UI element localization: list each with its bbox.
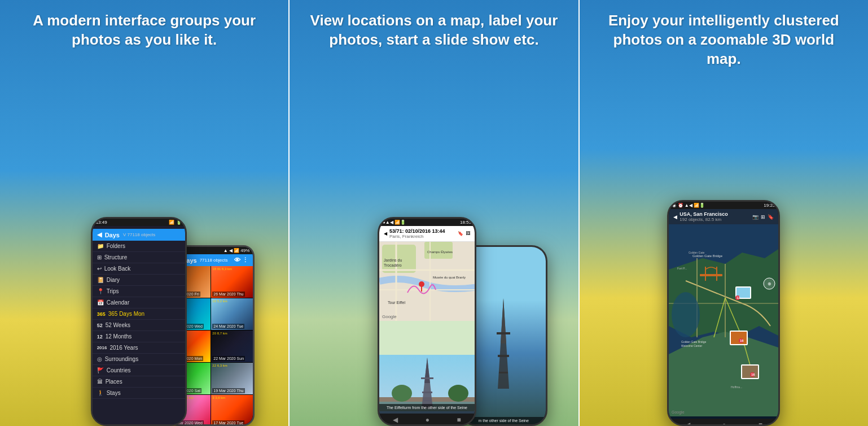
svg-text:⊕: ⊕: [768, 281, 771, 286]
panel3-recents-icon[interactable]: ■: [759, 421, 762, 424]
panel-2-phones: m the other side of the Seine ●▲◀ 📶🔋 18:…: [290, 217, 578, 426]
eiffel-photo-svg: [379, 355, 475, 411]
sidebar-item-365days[interactable]: 365 365 Days Mon: [93, 308, 185, 320]
svg-text:16: 16: [751, 373, 755, 376]
panel-1-phones: 19:49 ▲ ◀ 📶 49% ☰ Days 77118 objects 👁 ⋮…: [0, 217, 288, 426]
diary-icon: 📔: [97, 277, 104, 283]
sidebar-item-stays[interactable]: 🚶 Stays: [93, 388, 185, 399]
panel3-home-icon[interactable]: ●: [722, 421, 726, 424]
structure-icon: ⊞: [97, 254, 102, 260]
sidebar-item-places[interactable]: 🏛 Places: [93, 376, 185, 388]
svg-text:Tour Eiffel: Tour Eiffel: [388, 301, 405, 305]
sidebar-item-countries[interactable]: 🚩 Countries: [93, 365, 185, 376]
folder-icon: 📁: [97, 243, 104, 249]
svg-text:Jardins du: Jardins du: [384, 258, 402, 262]
lookback-icon: ↩: [97, 266, 102, 272]
places-icon: 🏛: [97, 379, 103, 385]
panel-3-title: Enjoy your intelligently clustered photo…: [580, 0, 868, 74]
countries-icon: 🚩: [97, 367, 104, 373]
svg-text:Welcome Center: Welcome Center: [681, 344, 702, 347]
map-photo-icon: 🖼: [466, 231, 470, 236]
front-phone: 13:49 📶 🔋 ◀ Days V 77118 objects 📁 Folde…: [91, 217, 187, 426]
trips-icon: 📍: [97, 288, 104, 294]
panel2-navbar: ◀ ● ■: [379, 414, 475, 424]
svg-text:Trocadéro: Trocadéro: [384, 263, 402, 267]
svg-text:16: 16: [740, 339, 744, 342]
eiffel-tower-icon: [486, 298, 520, 389]
sidebar-item-12months[interactable]: 12 12 Months: [93, 331, 185, 342]
svg-rect-31: [700, 274, 722, 276]
stays-icon: 🚶: [97, 390, 104, 396]
panel-3-phones: ◉ ⏰ ▲◀ 📶🔋 19:25 ◀ USA, San Francisco 192…: [580, 200, 868, 426]
sidebar-item-trips[interactable]: 📍 Trips: [93, 286, 185, 297]
svg-text:Hoffma...: Hoffma...: [731, 385, 742, 389]
svg-text:Champs Élysées: Champs Élysées: [427, 250, 453, 254]
panel-2-title: View locations on a map, label your phot…: [290, 0, 578, 55]
sidebar-item-structure[interactable]: ⊞ Structure: [93, 252, 185, 263]
svg-rect-26: [422, 392, 432, 393]
svg-text:Google: Google: [672, 410, 685, 415]
svg-text:Google: Google: [382, 314, 397, 319]
svg-rect-48: [731, 332, 747, 344]
svg-rect-4: [499, 372, 508, 373]
calendar-icon: 📅: [97, 299, 104, 306]
panel3-navbar: ◀ ● ■: [669, 419, 778, 424]
svg-text:Golden Gate Bridge: Golden Gate Bridge: [681, 340, 706, 344]
svg-marker-1: [501, 298, 506, 344]
panel2-back-icon[interactable]: ◀: [393, 416, 398, 424]
paris-map-svg: Tour Eiffel Champs Élysées Musée du quai…: [379, 242, 475, 321]
panel-1-title: A modern interface groups your photos as…: [0, 0, 288, 55]
sidebar-menu: ◀ Days V 77118 objects 📁 Folders ⊞ Struc…: [93, 226, 185, 424]
svg-point-28: [392, 385, 412, 402]
panel2-home-icon[interactable]: ●: [426, 416, 429, 424]
photo-cell: 20 8,7 km 22 Mar 2020 Sun: [211, 331, 253, 362]
worldmap-header: ◀ USA, San Francisco 192 objects, 82.5 k…: [669, 209, 778, 224]
grid-icon: ⊞: [761, 214, 765, 220]
svg-text:Golden Gate: Golden Gate: [689, 251, 705, 254]
sidebar-item-diary[interactable]: 📔 Diary: [93, 275, 185, 286]
surroundings-icon: ◎: [97, 356, 102, 362]
photo-cell: 10 5,2 km 24 Mar 2020 Tue: [211, 298, 253, 330]
svg-rect-27: [423, 400, 431, 401]
panel2-front-phone: ●▲◀ 📶🔋 18:55 ◀ 53/71: 02/10/2016 13:44 P…: [378, 217, 476, 426]
camera-icon: 📷: [752, 214, 759, 220]
front-phone-screen: 13:49 📶 🔋 ◀ Days V 77118 objects 📁 Folde…: [93, 219, 185, 424]
sidebar-item-folders[interactable]: 📁 Folders: [93, 241, 185, 252]
panel2-status: ●▲◀ 📶🔋 18:55: [379, 219, 475, 226]
svg-rect-52: [742, 366, 758, 378]
panel-2: View locations on a map, label your phot…: [290, 0, 578, 426]
panel2-front-screen: ●▲◀ 📶🔋 18:55 ◀ 53/71: 02/10/2016 13:44 P…: [379, 219, 475, 424]
map-header: ◀ 53/71: 02/10/2016 13:44 Paris, Frankre…: [379, 226, 475, 242]
sidebar-item-calendar[interactable]: 📅 Calendar: [93, 297, 185, 308]
panel-1: A modern interface groups your photos as…: [0, 0, 288, 426]
panel2-recents-icon[interactable]: ■: [457, 416, 461, 424]
panel3-phone: ◉ ⏰ ▲◀ 📶🔋 19:25 ◀ USA, San Francisco 192…: [667, 200, 780, 426]
eiffel-photo: The Eiffelturm from the other side of th…: [379, 355, 475, 414]
photo-cell: 18 91 6,3 km 26 Mar 2020 Thu: [211, 266, 253, 298]
photo-cell: 3 3,6 km 17 Mar 2020 Tue: [211, 395, 253, 424]
svg-text:12: 12: [737, 296, 740, 299]
panel3-back-icon[interactable]: ◀: [685, 421, 690, 424]
eiffel-caption: The Eiffelturm from the other side of th…: [379, 404, 475, 411]
map-bookmark-icon: 🔖: [458, 231, 463, 236]
map-area: Tour Eiffel Champs Élysées Musée du quai…: [379, 242, 475, 355]
sf-map-svg: Golden Gate Bridge Golden Gate Fort P...…: [669, 224, 778, 416]
photo-cell: 22 6,3 km 19 Mar 2020 Thu: [211, 363, 253, 394]
worldmap-area: Golden Gate Bridge Golden Gate Fort P...…: [669, 224, 778, 419]
svg-rect-2: [497, 332, 510, 334]
panel3-screen: ◉ ⏰ ▲◀ 📶🔋 19:25 ◀ USA, San Francisco 192…: [669, 202, 778, 424]
sidebar-title: ◀ Days V 77118 objects: [93, 229, 185, 241]
svg-text:Musée du quai Branly: Musée du quai Branly: [433, 276, 466, 279]
bookmark-icon: 🔖: [768, 214, 774, 220]
svg-point-29: [448, 385, 468, 402]
panel-3: Enjoy your intelligently clustered photo…: [580, 0, 868, 426]
front-phone-status: 13:49 📶 🔋: [93, 219, 185, 226]
sidebar-item-years[interactable]: 2016 2016 Years: [93, 342, 185, 354]
svg-rect-25: [421, 377, 433, 379]
svg-point-34: [672, 292, 700, 337]
svg-text:Golden Gate Bridge: Golden Gate Bridge: [692, 254, 723, 258]
panel3-status: ◉ ⏰ ▲◀ 📶🔋 19:25: [669, 202, 778, 209]
sidebar-item-surroundings[interactable]: ◎ Surroundings: [93, 354, 185, 365]
sidebar-item-52weeks[interactable]: 52 52 Weeks: [93, 320, 185, 331]
sidebar-item-lookback[interactable]: ↩ Look Back: [93, 263, 185, 275]
